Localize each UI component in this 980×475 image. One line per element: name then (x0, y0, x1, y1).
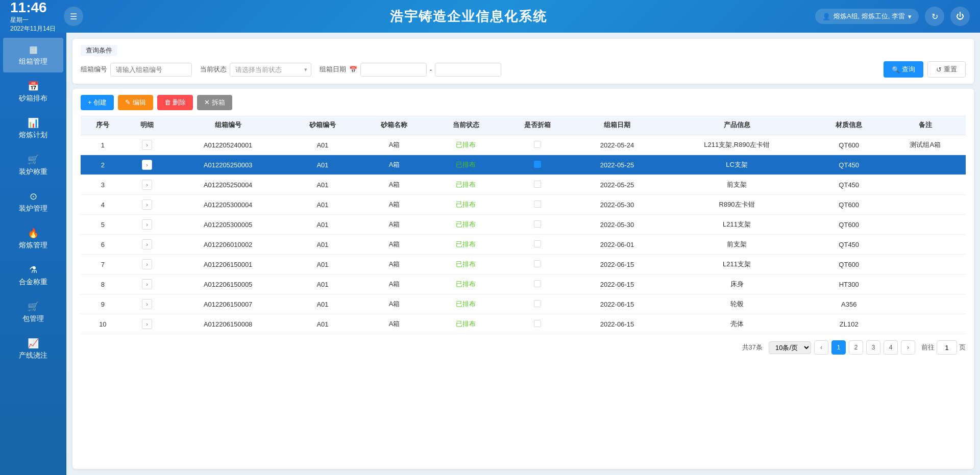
cell-sand-name: A箱 (358, 175, 430, 195)
expand-button[interactable]: › (142, 219, 152, 230)
cell-date: 2022-06-15 (574, 294, 660, 314)
status-select[interactable]: 请选择当前状态 已排布 未排布 (230, 63, 311, 77)
sidebar-item-bag-mgmt[interactable]: 🛒 包管理 (3, 295, 63, 330)
cell-detail[interactable]: › (125, 294, 169, 314)
cell-detail[interactable]: › (125, 235, 169, 255)
cell-detail[interactable]: › (125, 155, 169, 175)
sidebar-item-smelt-plan[interactable]: 📊 熔炼计划 (3, 111, 63, 146)
table-panel: + 创建 ✎ 编辑 🗑 删除 ✕ 拆箱 序号 明细 组箱编号 砂箱编号 砂箱名称… (72, 89, 974, 469)
create-button[interactable]: + 创建 (81, 95, 114, 110)
date-end-input[interactable] (435, 63, 501, 77)
cell-remark (885, 255, 966, 274)
status-select-wrap: 请选择当前状态 已排布 未排布 (230, 63, 311, 77)
cell-detail[interactable]: › (125, 135, 169, 155)
table-row[interactable]: 9 › A012206150007 A01 A箱 已排布 2022-06-15 … (81, 294, 966, 314)
cell-status: 已排布 (430, 215, 502, 235)
page-3-button[interactable]: 3 (866, 340, 880, 355)
search-button[interactable]: 🔍 查询 (884, 61, 923, 78)
status-field: 当前状态 请选择当前状态 已排布 未排布 (200, 63, 311, 77)
cell-sand-no: A01 (287, 235, 358, 255)
table-row[interactable]: 3 › A012205250004 A01 A箱 已排布 2022-05-25 … (81, 175, 966, 195)
expand-button[interactable]: › (142, 199, 152, 210)
refresh-button[interactable]: ↻ (925, 7, 944, 26)
col-date: 组箱日期 (574, 115, 660, 135)
expand-button[interactable]: › (142, 259, 152, 269)
cell-sand-name: A箱 (358, 195, 430, 215)
table-row[interactable]: 1 › A012205240001 A01 A箱 已排布 2022-05-24 … (81, 135, 966, 155)
cell-is-fold (502, 175, 573, 195)
cell-is-fold (502, 215, 573, 235)
cell-detail[interactable]: › (125, 314, 169, 334)
date-start-input[interactable] (360, 63, 427, 77)
edit-button[interactable]: ✎ 编辑 (118, 95, 153, 110)
table-row[interactable]: 6 › A012206010002 A01 A箱 已排布 2022-06-01 … (81, 235, 966, 255)
checkbox-unchecked (534, 300, 541, 307)
table-row[interactable]: 8 › A012206150005 A01 A箱 已排布 2022-06-15 … (81, 274, 966, 294)
sidebar-item-alloy-weigh[interactable]: ⚗ 合金称重 (3, 258, 63, 293)
user-info[interactable]: 👤 熔炼A组, 熔炼工位, 李雷 ▾ (815, 9, 919, 24)
reset-button[interactable]: ↺ 重置 (927, 61, 966, 78)
expand-button[interactable]: › (142, 160, 152, 170)
delete-button[interactable]: 🗑 删除 (157, 95, 193, 110)
cell-status: 已排布 (430, 155, 502, 175)
page-4-button[interactable]: 4 (884, 340, 898, 355)
furnace-weigh-icon: 🛒 (28, 154, 39, 165)
expand-button[interactable]: › (142, 279, 152, 289)
page-jump-label-after: 页 (959, 343, 966, 352)
cell-detail[interactable]: › (125, 175, 169, 195)
user-name: 熔炼A组, 熔炼工位, 李雷 (834, 12, 905, 21)
sidebar-item-line-pour[interactable]: 📈 产线浇注 (3, 332, 63, 366)
cell-detail[interactable]: › (125, 195, 169, 215)
page-jump-input[interactable] (937, 340, 957, 355)
status-tag: 已排布 (456, 300, 476, 308)
page-prev-button[interactable]: ‹ (814, 340, 828, 355)
cell-is-fold (502, 314, 573, 334)
cell-detail[interactable]: › (125, 255, 169, 274)
col-sand-name: 砂箱名称 (358, 115, 430, 135)
sidebar-item-furnace-mgmt[interactable]: ⊙ 装炉管理 (3, 185, 63, 219)
page-size-select[interactable]: 10条/页 20条/页 50条/页 (769, 341, 811, 354)
table-row[interactable]: 2 › A012205250003 A01 A箱 已排布 2022-05-25 … (81, 155, 966, 175)
cell-seq: 8 (81, 274, 125, 294)
sidebar-item-smelt-mgmt[interactable]: 🔥 熔炼管理 (3, 221, 63, 256)
expand-button[interactable]: › (142, 140, 152, 150)
cell-date: 2022-06-15 (574, 314, 660, 334)
cell-detail[interactable]: › (125, 215, 169, 235)
header-row: 序号 明细 组箱编号 砂箱编号 砂箱名称 当前状态 是否折箱 组箱日期 产品信息… (81, 115, 966, 135)
cell-detail[interactable]: › (125, 274, 169, 294)
expand-button[interactable]: › (142, 299, 152, 309)
sand-box-icon: 📅 (28, 81, 39, 92)
cell-sand-no: A01 (287, 294, 358, 314)
line-pour-icon: 📈 (28, 338, 39, 349)
menu-button[interactable]: ☰ (64, 7, 83, 26)
status-tag: 已排布 (456, 220, 476, 228)
sidebar-item-furnace-weigh[interactable]: 🛒 装炉称重 (3, 148, 63, 183)
cell-group-no: A012205250003 (169, 155, 287, 175)
cell-status: 已排布 (430, 175, 502, 195)
page-1-button[interactable]: 1 (831, 340, 846, 355)
cell-material: HT300 (813, 274, 885, 294)
group-box-icon: ▦ (29, 44, 38, 55)
cell-material: QT600 (813, 255, 885, 274)
sidebar-item-sand-box[interactable]: 📅 砂箱排布 (3, 74, 63, 109)
page-next-button[interactable]: › (901, 340, 915, 355)
table-row[interactable]: 7 › A012206150001 A01 A箱 已排布 2022-06-15 … (81, 255, 966, 274)
expand-button[interactable]: › (142, 319, 152, 329)
table-row[interactable]: 10 › A012206150008 A01 A箱 已排布 2022-06-15… (81, 314, 966, 334)
page-2-button[interactable]: 2 (849, 340, 863, 355)
table-row[interactable]: 5 › A012205300005 A01 A箱 已排布 2022-05-30 … (81, 215, 966, 235)
expand-button[interactable]: › (142, 180, 152, 190)
cell-group-no: A012206150008 (169, 314, 287, 334)
checkbox-unchecked (534, 240, 541, 247)
sidebar-label-bag-mgmt: 包管理 (22, 314, 44, 323)
disassemble-button[interactable]: ✕ 拆箱 (197, 95, 232, 110)
sidebar-item-group-box[interactable]: ▦ 组箱管理 (3, 38, 63, 72)
cell-material: ZL102 (813, 314, 885, 334)
app-title: 浩宇铸造企业信息化系统 (122, 8, 815, 26)
reset-icon: ↺ (936, 66, 942, 73)
cell-sand-no: A01 (287, 215, 358, 235)
table-row[interactable]: 4 › A012205300004 A01 A箱 已排布 2022-05-30 … (81, 195, 966, 215)
power-button[interactable]: ⏻ (950, 7, 970, 26)
expand-button[interactable]: › (142, 239, 152, 249)
group-no-input[interactable] (110, 63, 192, 77)
